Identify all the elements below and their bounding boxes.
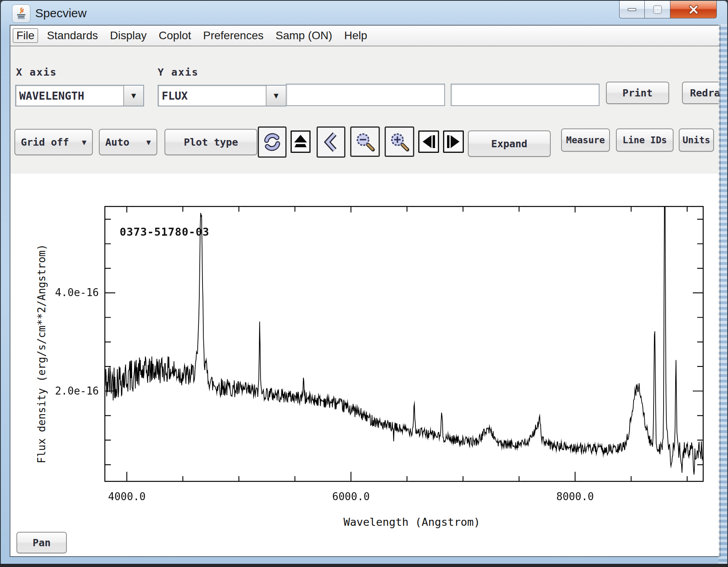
menu-item-file[interactable]: File xyxy=(13,28,38,43)
units-button-label: Units xyxy=(682,135,710,145)
line-ids-button-label: Line IDs xyxy=(623,135,667,145)
chevron-down-icon[interactable]: ▼ xyxy=(123,86,143,106)
specview-window: Specview xyxy=(0,0,728,564)
step-right-button[interactable] xyxy=(443,130,464,153)
x-axis-label: X axis xyxy=(16,66,57,78)
window-controls xyxy=(619,1,717,18)
redraw-button[interactable]: Redraw xyxy=(682,82,720,104)
redraw-button-label: Redraw xyxy=(690,87,720,99)
print-button-label: Print xyxy=(622,87,652,99)
step-left-icon xyxy=(421,134,436,150)
pan-button-label: Pan xyxy=(32,537,50,549)
grid-dropdown[interactable]: Grid off ▼ xyxy=(14,129,93,155)
window-title: Specview xyxy=(35,6,86,20)
measure-button-label: Measure xyxy=(566,135,605,145)
refresh-icon xyxy=(262,132,283,152)
y-axis-combobox[interactable]: FLUX ▼ xyxy=(158,85,287,106)
line-ids-button[interactable]: Line IDs xyxy=(616,128,674,152)
client-area: File Standards Display Coplot Preference… xyxy=(10,25,720,557)
screen-edge-strip xyxy=(0,564,728,567)
window-right-frame xyxy=(718,24,727,564)
menu-bar: File Standards Display Coplot Preference… xyxy=(10,26,720,46)
pan-button[interactable]: Pan xyxy=(16,532,67,553)
refresh-button[interactable] xyxy=(258,126,287,158)
x-axis-title: Wavelength (Angstrom) xyxy=(284,516,540,528)
step-left-button[interactable] xyxy=(418,130,439,153)
zoom-out-button[interactable] xyxy=(350,126,380,157)
plot-panel: 0373-51780-03 4.0e-16 2.0e-16 4000.0 600… xyxy=(10,174,720,557)
chevron-down-icon: ▼ xyxy=(82,138,86,146)
close-icon xyxy=(688,4,699,15)
x-axis-combobox-value: WAVELENGTH xyxy=(16,90,123,102)
zoom-out-icon xyxy=(355,131,375,152)
step-right-icon xyxy=(446,134,461,150)
minimize-icon xyxy=(627,8,637,12)
y-tick-label-2e-16: 2.0e-16 xyxy=(52,385,99,397)
y-axis-title: Flux density (erg/s/cm**2/Angstrom) xyxy=(36,244,48,463)
back-chevron-icon xyxy=(322,132,340,152)
close-button[interactable] xyxy=(670,1,717,18)
menu-item-help[interactable]: Help xyxy=(338,28,373,43)
menu-item-standards[interactable]: Standards xyxy=(41,28,104,43)
maximize-button[interactable] xyxy=(645,1,670,18)
x-axis-combobox[interactable]: WAVELENGTH ▼ xyxy=(15,85,144,106)
expand-button[interactable]: Expand xyxy=(468,130,551,157)
spectrum-annotation: 0373-51780-03 xyxy=(120,226,209,238)
zoom-in-button[interactable] xyxy=(385,126,414,157)
chevron-down-icon[interactable]: ▼ xyxy=(266,86,286,106)
grid-dropdown-label: Grid off xyxy=(21,136,69,148)
print-button[interactable]: Print xyxy=(606,82,669,104)
expand-button-label: Expand xyxy=(491,138,527,150)
back-button[interactable] xyxy=(317,126,345,158)
measure-button[interactable]: Measure xyxy=(561,128,610,152)
menu-item-coplot[interactable]: Coplot xyxy=(153,28,197,43)
minimize-button[interactable] xyxy=(619,1,645,18)
plot-type-button[interactable]: Plot type xyxy=(164,129,257,155)
scroll-up-icon xyxy=(293,134,308,150)
spectrum-canvas[interactable] xyxy=(97,198,713,495)
maximize-icon xyxy=(652,5,663,14)
titlebar[interactable]: Specview xyxy=(1,1,727,25)
y-tick-label-4e-16: 4.0e-16 xyxy=(52,287,99,299)
y-axis-label: Y axis xyxy=(158,66,199,78)
y-axis-combobox-value: FLUX xyxy=(158,90,266,102)
desktop-background: Specview xyxy=(0,0,728,567)
chevron-down-icon: ▼ xyxy=(146,138,151,146)
auto-scale-dropdown-label: Auto xyxy=(105,136,129,148)
x-tick-label-6000: 6000.0 xyxy=(323,491,379,503)
plot-type-button-label: Plot type xyxy=(184,136,238,148)
zoom-in-icon xyxy=(389,131,410,152)
menu-item-display[interactable]: Display xyxy=(104,28,153,43)
auto-scale-dropdown[interactable]: Auto ▼ xyxy=(99,129,157,155)
range-input-2[interactable] xyxy=(451,84,600,106)
java-app-icon[interactable] xyxy=(12,4,30,23)
units-button[interactable]: Units xyxy=(679,128,714,152)
range-input-1[interactable] xyxy=(286,84,445,106)
x-tick-label-8000: 8000.0 xyxy=(547,491,603,503)
x-tick-label-4000: 4000.0 xyxy=(99,491,155,503)
menu-item-samp[interactable]: Samp (ON) xyxy=(269,28,338,43)
java-coffee-icon xyxy=(14,7,28,20)
scroll-up-button[interactable] xyxy=(291,130,311,153)
menu-item-preferences[interactable]: Preferences xyxy=(197,28,270,43)
